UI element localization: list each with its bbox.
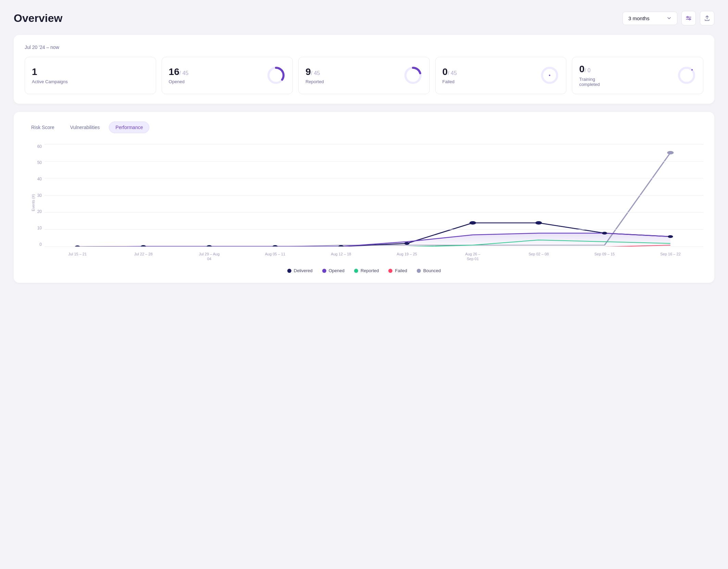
x-tick-3: Aug 05 – 11 — [242, 252, 308, 262]
period-select[interactable]: 3 months — [623, 12, 677, 25]
y-tick-0: 0 — [39, 242, 42, 247]
svg-point-24 — [667, 151, 674, 154]
svg-point-13 — [691, 69, 693, 71]
svg-point-22 — [602, 232, 607, 235]
svg-point-19 — [404, 242, 410, 245]
legend-label-failed: Failed — [395, 268, 407, 273]
legend-dot-reported — [354, 269, 358, 273]
legend-opened: Opened — [322, 268, 344, 273]
stat-value-training: 0/ 0 — [579, 64, 600, 75]
x-tick-7: Sep 02 – 08 — [506, 252, 572, 262]
export-icon-button[interactable] — [700, 11, 714, 25]
y-tick-20: 20 — [37, 209, 42, 214]
stats-grid: 1 Active Campaigns 16/ 45 Opened — [25, 57, 703, 94]
legend-dot-failed — [388, 269, 392, 273]
stats-card: Jul 20 '24 – now 1 Active Campaigns 16/ … — [14, 35, 714, 104]
svg-point-23 — [668, 235, 673, 238]
filter-icon-button[interactable] — [681, 11, 696, 25]
stat-active-campaigns: 1 Active Campaigns — [25, 57, 156, 94]
x-tick-2: Jul 29 – Aug04 — [176, 252, 242, 262]
chart-card: Risk Score Vulnerabilities Performance E… — [14, 112, 714, 283]
stat-label-opened: Opened — [169, 79, 189, 84]
donut-training — [677, 66, 696, 85]
stat-label-training: Trainingcompleted — [579, 77, 600, 87]
stat-value-active: 1 — [32, 67, 68, 77]
tab-vulnerabilities[interactable]: Vulnerabilities — [64, 122, 106, 133]
x-tick-0: Jul 15 – 21 — [45, 252, 110, 262]
legend-dot-opened — [322, 269, 326, 273]
svg-point-17 — [273, 245, 278, 247]
chart-legend: Delivered Opened Reported Failed Bounced — [25, 268, 703, 273]
stat-value-reported: 9/ 45 — [305, 67, 324, 77]
svg-point-15 — [141, 245, 146, 247]
legend-dot-bounced — [417, 269, 421, 273]
x-tick-6: Aug 26 –Sep 01 — [440, 252, 505, 262]
y-tick-30: 30 — [37, 193, 42, 198]
filter-icon — [686, 15, 692, 21]
legend-reported: Reported — [354, 268, 379, 273]
y-axis-label: Events (#) — [31, 194, 35, 211]
legend-label-delivered: Delivered — [294, 268, 313, 273]
period-label: 3 months — [628, 15, 650, 21]
stat-opened: 16/ 45 Opened — [162, 57, 293, 94]
stat-reported: 9/ 45 Reported — [298, 57, 430, 94]
y-tick-50: 50 — [37, 160, 42, 165]
chart-area: Events (#) 60 50 40 30 20 10 0 — [25, 144, 703, 274]
stat-label-reported: Reported — [305, 79, 324, 84]
header-controls: 3 months — [623, 11, 714, 25]
y-tick-10: 10 — [37, 226, 42, 230]
stat-label-active: Active Campaigns — [32, 79, 68, 84]
x-tick-9: Sep 16 – 22 — [638, 252, 703, 262]
svg-point-11 — [549, 75, 550, 76]
svg-point-21 — [535, 221, 542, 225]
stat-failed: 0/ 45 Failed — [435, 57, 567, 94]
x-axis: Jul 15 – 21 Jul 22 – 28 Jul 29 – Aug04 A… — [45, 248, 703, 262]
x-tick-4: Aug 12 – 18 — [308, 252, 374, 262]
legend-label-opened: Opened — [329, 268, 344, 273]
legend-failed: Failed — [388, 268, 407, 273]
x-tick-8: Sep 09 – 15 — [572, 252, 637, 262]
page-header: Overview 3 months — [14, 11, 714, 25]
chevron-down-icon — [667, 16, 671, 21]
x-tick-1: Jul 22 – 28 — [110, 252, 176, 262]
legend-dot-delivered — [287, 269, 291, 273]
tab-risk-score[interactable]: Risk Score — [25, 122, 61, 133]
legend-bounced: Bounced — [417, 268, 441, 273]
y-tick-40: 40 — [37, 177, 42, 181]
stat-training: 0/ 0 Trainingcompleted — [572, 57, 703, 94]
donut-failed — [540, 66, 559, 85]
svg-point-16 — [206, 245, 212, 247]
legend-delivered: Delivered — [287, 268, 313, 273]
date-range: Jul 20 '24 – now — [25, 45, 703, 50]
export-icon — [704, 15, 710, 21]
stat-value-opened: 16/ 45 — [169, 67, 189, 77]
donut-reported — [403, 66, 423, 85]
legend-label-reported: Reported — [361, 268, 379, 273]
donut-opened — [266, 66, 286, 85]
stat-value-failed: 0/ 45 — [442, 67, 457, 77]
legend-label-bounced: Bounced — [423, 268, 441, 273]
tab-performance[interactable]: Performance — [109, 122, 149, 133]
performance-chart — [45, 144, 703, 247]
chart-tabs: Risk Score Vulnerabilities Performance — [25, 122, 703, 133]
x-tick-5: Aug 19 – 25 — [374, 252, 440, 262]
svg-point-14 — [75, 245, 80, 247]
page-title: Overview — [14, 12, 62, 25]
stat-label-failed: Failed — [442, 79, 457, 84]
y-tick-60: 60 — [37, 144, 42, 149]
svg-point-20 — [469, 221, 476, 225]
